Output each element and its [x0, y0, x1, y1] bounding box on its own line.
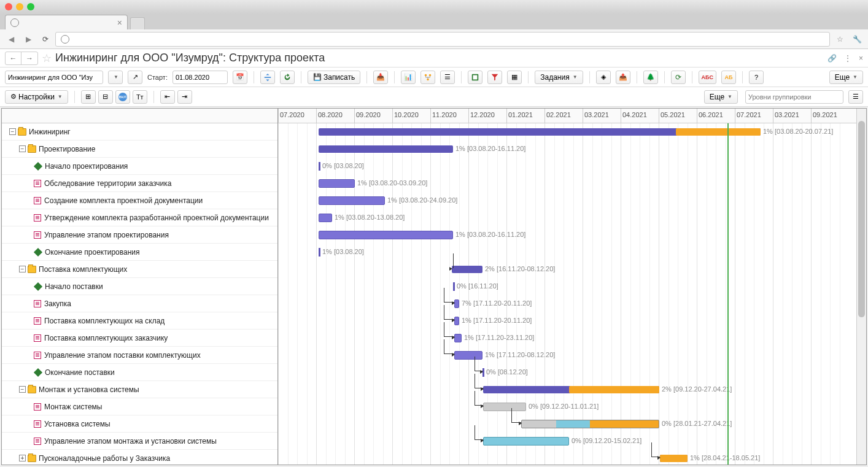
toggle-all-button[interactable]: вкл [115, 90, 130, 104]
gantt-bar[interactable] [452, 266, 482, 273]
reload-button[interactable]: ⟳ [38, 32, 53, 47]
task-row[interactable]: −Инжиниринг [2, 123, 277, 141]
task-row[interactable]: Управление этапом монтажа и установки си… [2, 433, 277, 450]
task-row[interactable]: −Монтаж и установка системы [2, 381, 277, 398]
task-row[interactable]: Начало проектирования [2, 158, 277, 175]
chart-button[interactable]: 📊 [401, 71, 416, 84]
bar-label: 1% [03.08.20] [322, 248, 364, 255]
task-label: Монтаж и установка системы [39, 385, 139, 394]
back-button[interactable]: ◀ [4, 32, 18, 47]
link-icon[interactable]: 🔗 [827, 54, 837, 63]
window-minimize-button[interactable] [16, 3, 23, 10]
export-button[interactable]: 📤 [616, 71, 630, 84]
hierarchy-button[interactable] [420, 71, 435, 84]
gantt-bar[interactable] [319, 145, 453, 153]
filter-button[interactable] [487, 71, 502, 84]
task-list[interactable]: −Инжиниринг−ПроектированиеНачало проекти… [2, 123, 277, 465]
task-row[interactable]: −Поставка комплектующих [2, 261, 277, 278]
task-row[interactable]: Закупка [2, 295, 277, 312]
task-row[interactable]: Окончание проектирования [2, 244, 277, 261]
expand-button[interactable]: − [19, 386, 26, 393]
menu-icon[interactable]: ⋮ [844, 54, 851, 63]
tasks-button[interactable]: Задания▼ [535, 71, 583, 84]
nav-forward-button[interactable]: → [21, 52, 37, 64]
task-row[interactable]: −Проектирование [2, 141, 277, 158]
task-row[interactable]: Поставка комплектующих заказчику [2, 330, 277, 347]
browser-tab[interactable]: × [5, 15, 128, 29]
bookmark-button[interactable]: ☆ [832, 32, 847, 47]
expand-button[interactable]: − [19, 145, 26, 152]
indent-left-button[interactable]: ⇤ [160, 90, 175, 104]
structure-button[interactable] [260, 71, 275, 84]
task-row[interactable]: Управление этапом поставки комплектующих [2, 347, 277, 364]
gantt-bar[interactable] [660, 455, 688, 462]
task-row[interactable]: Начало поставки [2, 278, 277, 295]
text-button[interactable]: Tт [133, 90, 147, 104]
task-row[interactable]: Обследование территории заказчика [2, 175, 277, 192]
project-select[interactable] [5, 71, 103, 84]
more2-button[interactable]: Еще▼ [704, 90, 738, 104]
nav-back-button[interactable]: ← [6, 52, 21, 64]
list-button[interactable]: ☰ [440, 71, 455, 84]
project-dropdown-button[interactable]: ▼ [108, 71, 123, 84]
gantt-bar[interactable] [319, 231, 453, 239]
open-project-button[interactable]: ↗ [128, 71, 142, 84]
gantt-bar[interactable] [454, 317, 459, 325]
expand-button[interactable]: − [9, 128, 16, 135]
gantt-bar[interactable] [454, 299, 459, 308]
expand-button[interactable]: − [19, 266, 26, 272]
collapse-all-button[interactable]: ⊟ [98, 90, 113, 104]
sync-button[interactable]: ⟳ [671, 71, 686, 84]
milestone-marker[interactable] [319, 248, 320, 257]
more-button[interactable]: Еще▼ [829, 71, 863, 84]
url-input[interactable] [55, 32, 830, 47]
task-row[interactable]: Установка системы [2, 415, 277, 433]
task-row[interactable]: Монтаж системы [2, 398, 277, 415]
gantt-bar[interactable] [319, 179, 355, 188]
gantt-bar[interactable] [319, 128, 761, 136]
save-button[interactable]: 💾 Записать [308, 71, 360, 84]
indent-right-button[interactable]: ⇥ [177, 90, 192, 104]
import-button[interactable]: 📥 [373, 71, 388, 84]
vertical-scrollbar[interactable] [856, 109, 866, 465]
new-tab-button[interactable] [130, 17, 145, 29]
tree-button[interactable]: 🌲 [643, 71, 658, 84]
sheet-button[interactable] [468, 71, 482, 84]
gantt-bar[interactable] [319, 196, 385, 205]
abc-red-button[interactable]: АБС [699, 71, 716, 84]
tab-close-button[interactable]: × [117, 18, 122, 28]
task-row[interactable]: Окончание поставки [2, 364, 277, 381]
expand-button[interactable]: + [19, 455, 26, 461]
refresh-button[interactable] [280, 71, 295, 84]
favorite-button[interactable]: ☆ [42, 52, 52, 65]
gantt-bar[interactable] [454, 334, 462, 342]
gantt-bar[interactable] [483, 386, 659, 393]
task-row[interactable]: Управление этапом проектирования [2, 226, 277, 244]
calendar-button[interactable]: 📅 [233, 71, 247, 84]
grid-button[interactable]: ▦ [507, 71, 522, 84]
milestone-marker[interactable] [319, 162, 320, 171]
task-row[interactable]: Поставка комплектующих на склад [2, 312, 277, 330]
timeline-body[interactable]: 1% [03.08.20-20.07.21]1% [03.08.20-16.11… [278, 123, 866, 465]
group-levels-input[interactable] [745, 90, 843, 104]
start-date-input[interactable] [172, 71, 228, 84]
window-close-button[interactable] [5, 3, 12, 10]
forward-button[interactable]: ▶ [21, 32, 36, 47]
gantt-bar[interactable] [319, 214, 332, 222]
scroll-thumb[interactable] [858, 121, 865, 317]
close-icon[interactable]: × [859, 54, 863, 63]
abc-orange-button[interactable]: АБ [721, 71, 736, 84]
expand-all-button[interactable]: ⊞ [81, 90, 96, 104]
task-row[interactable]: Утверждение комплекта разработанной прое… [2, 209, 277, 226]
task-row[interactable]: Создание комплекта проектной документаци… [2, 192, 277, 209]
timeline-panel[interactable]: 07.202008.202009.202010.202011.202012.20… [278, 109, 866, 465]
gantt-bar[interactable] [483, 437, 569, 446]
window-maximize-button[interactable] [27, 3, 34, 10]
settings-button[interactable]: ⚙ Настройки▼ [5, 90, 68, 104]
gantt-bar[interactable] [521, 420, 659, 428]
group-config-button[interactable]: ☰ [848, 90, 863, 104]
cube-button[interactable]: ◈ [596, 71, 611, 84]
wrench-button[interactable]: 🔧 [850, 32, 864, 47]
help-button[interactable]: ? [749, 71, 764, 84]
task-row[interactable]: +Пусконаладочные работы у Заказчика [2, 450, 277, 465]
